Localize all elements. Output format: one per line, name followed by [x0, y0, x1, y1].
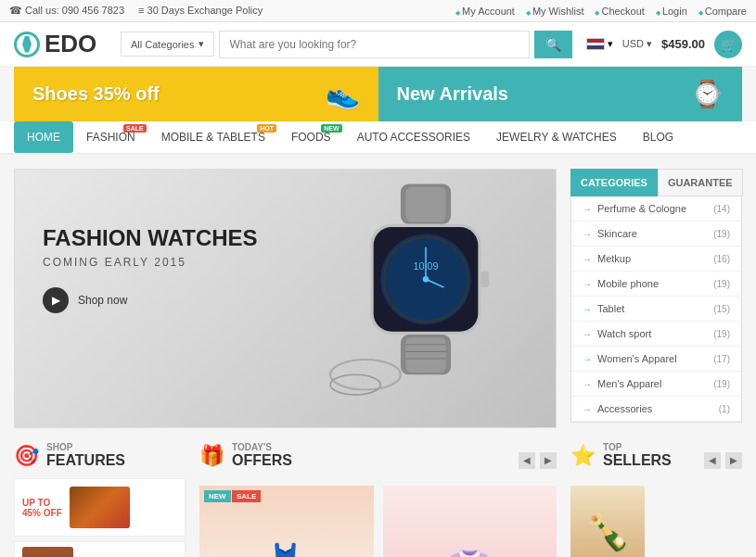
tab-categories[interactable]: CATEGORIES: [570, 169, 658, 196]
tab-categories-label: CATEGORIES: [581, 177, 647, 188]
nav-item-home[interactable]: HOME: [14, 121, 73, 153]
cart-button[interactable]: 🛒: [714, 31, 742, 58]
sellers-prev-button[interactable]: ◀: [704, 452, 721, 469]
main-content: FASHION WATCHES COMING EARLY 2015 ▶ Shop…: [0, 155, 756, 442]
new-arrivals-banner[interactable]: New Arrivals ⌚: [378, 67, 743, 121]
shoes-banner-text: Shoes 35% off: [32, 83, 160, 105]
nav-item-mobile[interactable]: HOT MOBILE & TABLETS: [148, 121, 278, 153]
cart-total: $459.00: [661, 37, 705, 51]
language-select[interactable]: ▾: [586, 38, 613, 50]
phone-text: ☎ Call us: 090 456 7823: [9, 5, 124, 17]
hero-title: FASHION WATCHES: [43, 225, 258, 251]
arrow-icon: →: [583, 354, 592, 364]
sellers-next-button[interactable]: ▶: [725, 452, 742, 469]
category-womens-apparel[interactable]: →Women's Apparel (17): [571, 347, 741, 372]
currency-label: USD: [622, 38, 644, 49]
chevron-down-icon: ▾: [199, 38, 204, 50]
arrow-icon: →: [583, 379, 592, 389]
compare-link[interactable]: Compare: [698, 6, 747, 17]
offer-item-2[interactable]: 👚: [383, 486, 557, 557]
nav-item-fashion[interactable]: SALE FASHION: [73, 121, 148, 153]
hero-shop-now[interactable]: ▶ Shop now: [43, 287, 258, 313]
offers-navigation: ◀ ▶: [519, 452, 557, 469]
shoes-banner-icon: 👟: [326, 78, 360, 110]
offers-header-row: 🎁 TODAY'S OFFERS ◀ ▶: [199, 442, 557, 478]
hero-banner: FASHION WATCHES COMING EARLY 2015 ▶ Shop…: [14, 169, 557, 428]
logo: EDO: [14, 30, 107, 58]
top-bar: ☎ Call us: 090 456 7823 ≡ 30 Days Exchan…: [0, 0, 756, 22]
top-bar-right: My Account My Wishlist Checkout Login Co…: [455, 6, 747, 17]
search-button[interactable]: 🔍: [534, 31, 572, 58]
hero-subtitle: COMING EARLY 2015: [43, 256, 258, 269]
shop-features-panel: 🎯 SHOP FEATURES UP TO 45% OFF 🧥 Mahika H…: [14, 442, 186, 557]
discount-percent: 45% OFF: [22, 508, 62, 518]
shop-features-icon: 🎯: [14, 444, 39, 468]
category-metkup[interactable]: →Metkup (16): [571, 247, 741, 272]
category-tablet[interactable]: →Tablet (15): [571, 297, 741, 322]
top-sellers-panel: ⭐ TOP SELLERS ◀ ▶ 🍾: [570, 442, 742, 557]
header: EDO All Categories ▾ 🔍 ▾ USD ▾ $459.00 🛒: [0, 22, 756, 67]
new-badge: NEW: [321, 124, 341, 133]
offers-label-big: OFFERS: [232, 452, 292, 469]
main-nav: HOME SALE FASHION HOT MOBILE & TABLETS N…: [0, 121, 756, 155]
category-perfume[interactable]: →Perfume & Cologne (14): [571, 196, 741, 222]
offer-item-1[interactable]: NEW SALE 👗: [199, 486, 374, 557]
sellers-navigation: ◀ ▶: [704, 452, 742, 469]
nav-item-auto[interactable]: AUTO ACCESSORIES: [344, 121, 483, 153]
category-watch-sport[interactable]: →Watch sport (19): [571, 322, 741, 347]
arrow-icon: →: [583, 304, 592, 314]
my-wishlist-link[interactable]: My Wishlist: [526, 6, 584, 17]
svg-rect-1: [405, 187, 445, 222]
offers-icon: 🎁: [199, 444, 224, 468]
new-badge: NEW: [204, 490, 231, 502]
my-account-link[interactable]: My Account: [455, 6, 515, 17]
todays-offers-panel: 🎁 TODAY'S OFFERS ◀ ▶ NEW SALE 👗 👚: [199, 442, 557, 557]
shop-features-title-block: SHOP FEATURES: [46, 442, 125, 469]
arrow-icon: →: [583, 329, 592, 339]
offers-label-small: TODAY'S: [232, 442, 292, 452]
header-right: ▾ USD ▾ $459.00 🛒: [586, 31, 742, 58]
hero-shop-label: Shop now: [78, 294, 127, 307]
seller-item-1[interactable]: 🍾: [570, 486, 645, 557]
feature-discount-item: UP TO 45% OFF: [14, 478, 186, 537]
search-input[interactable]: [219, 31, 529, 58]
shop-features-header: 🎯 SHOP FEATURES: [14, 442, 186, 469]
login-link[interactable]: Login: [656, 6, 687, 17]
nav-item-blog[interactable]: BLOG: [630, 121, 686, 153]
shop-features-label-big: FEATURES: [46, 452, 125, 469]
flag-icon: [586, 38, 605, 50]
nav-item-foods[interactable]: NEW FOODS: [278, 121, 344, 153]
hot-badge: HOT: [257, 124, 276, 133]
hot-item-image: 🧥: [22, 547, 73, 557]
banners-section: Shoes 35% off 👟 New Arrivals ⌚: [14, 67, 742, 121]
shoes-banner[interactable]: Shoes 35% off 👟: [14, 67, 378, 121]
shop-features-label-small: SHOP: [46, 442, 125, 452]
category-skincare[interactable]: →Skincare (19): [571, 222, 741, 247]
sellers-label-small: TOP: [603, 442, 672, 452]
offers-header: 🎁 TODAY'S OFFERS: [199, 442, 292, 469]
currency-select[interactable]: USD ▾: [622, 38, 652, 50]
discount-label: UP TO: [22, 498, 62, 508]
sidebar: CATEGORIES GUARANTEE →Perfume & Cologne …: [570, 169, 742, 428]
svg-rect-12: [405, 337, 445, 373]
feature-hot-item[interactable]: 🧥 Mahika HOT ITEM Shop now: [14, 541, 186, 557]
sellers-header-row: ⭐ TOP SELLERS ◀ ▶: [570, 442, 742, 478]
category-mens-apparel[interactable]: →Men's Apparel (19): [571, 372, 741, 397]
category-select[interactable]: All Categories ▾: [121, 32, 214, 57]
svg-rect-10: [481, 272, 490, 287]
offers-title-block: TODAY'S OFFERS: [232, 442, 292, 469]
offers-prev-button[interactable]: ◀: [519, 452, 535, 469]
category-accessories[interactable]: →Accessories (1): [571, 397, 741, 422]
sellers-header: ⭐ TOP SELLERS: [570, 442, 672, 469]
hero-text-block: FASHION WATCHES COMING EARLY 2015 ▶ Shop…: [43, 225, 258, 313]
arrow-icon: →: [583, 404, 592, 414]
nav-item-jewelry[interactable]: JEWELRY & WATCHES: [483, 121, 630, 153]
offers-next-button[interactable]: ▶: [540, 452, 557, 469]
feature-discount-text: UP TO 45% OFF: [22, 498, 62, 518]
checkout-link[interactable]: Checkout: [595, 6, 644, 17]
cat-select-label: All Categories: [131, 39, 194, 50]
bottom-section: 🎯 SHOP FEATURES UP TO 45% OFF 🧥 Mahika H…: [0, 442, 756, 557]
watch-banner-icon: ⌚: [691, 79, 724, 109]
tab-guarantee[interactable]: GUARANTEE: [658, 169, 743, 196]
category-mobile[interactable]: →Mobile phone (19): [571, 272, 741, 297]
